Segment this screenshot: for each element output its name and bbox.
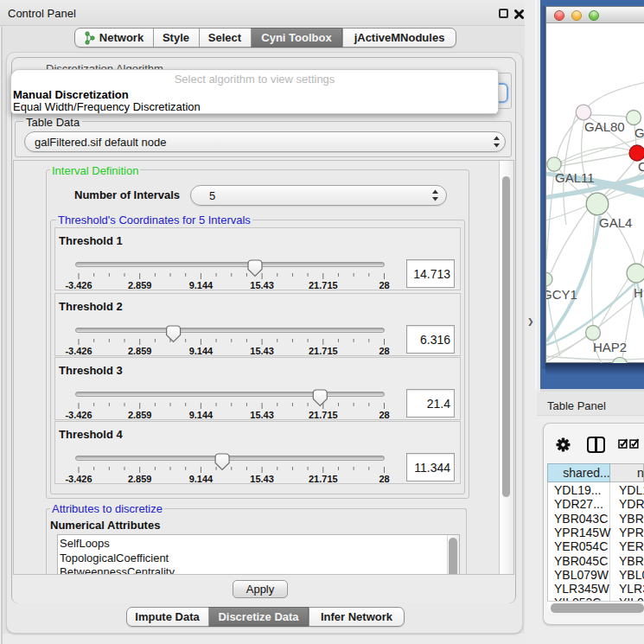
svg-text:28: 28 <box>379 280 389 290</box>
svg-text:28: 28 <box>379 474 389 484</box>
svg-text:-3.426: -3.426 <box>65 280 92 290</box>
svg-text:28: 28 <box>379 410 389 420</box>
svg-text:H: H <box>634 285 643 300</box>
svg-text:-3.426: -3.426 <box>65 410 92 420</box>
svg-text:9.144: 9.144 <box>188 410 213 420</box>
svg-text:2.859: 2.859 <box>127 410 151 420</box>
svg-text:2.859: 2.859 <box>127 280 151 290</box>
svg-text:-3.426: -3.426 <box>65 474 92 484</box>
svg-text:GCY1: GCY1 <box>546 287 577 302</box>
svg-text:15.43: 15.43 <box>250 280 274 290</box>
svg-text:C: C <box>638 159 644 174</box>
svg-text:GAL4: GAL4 <box>599 215 632 230</box>
svg-text:15.43: 15.43 <box>250 410 274 420</box>
svg-text:15.43: 15.43 <box>250 346 274 356</box>
svg-text:21.715: 21.715 <box>308 410 337 420</box>
svg-text:28: 28 <box>379 346 389 356</box>
svg-text:2.859: 2.859 <box>127 346 151 356</box>
svg-text:-3.426: -3.426 <box>65 346 92 356</box>
svg-text:21.715: 21.715 <box>308 474 337 484</box>
svg-text:21.715: 21.715 <box>308 346 337 356</box>
svg-text:GA: GA <box>634 125 644 140</box>
svg-text:GAL11: GAL11 <box>555 170 595 185</box>
svg-text:9.144: 9.144 <box>188 474 213 484</box>
svg-text:HAP2: HAP2 <box>593 340 627 354</box>
svg-text:9.144: 9.144 <box>188 346 213 356</box>
svg-text:15.43: 15.43 <box>250 474 274 484</box>
svg-text:9.144: 9.144 <box>188 280 213 290</box>
svg-text:GAL80: GAL80 <box>584 119 625 134</box>
svg-text:2.859: 2.859 <box>127 474 151 484</box>
svg-text:21.715: 21.715 <box>308 280 337 290</box>
